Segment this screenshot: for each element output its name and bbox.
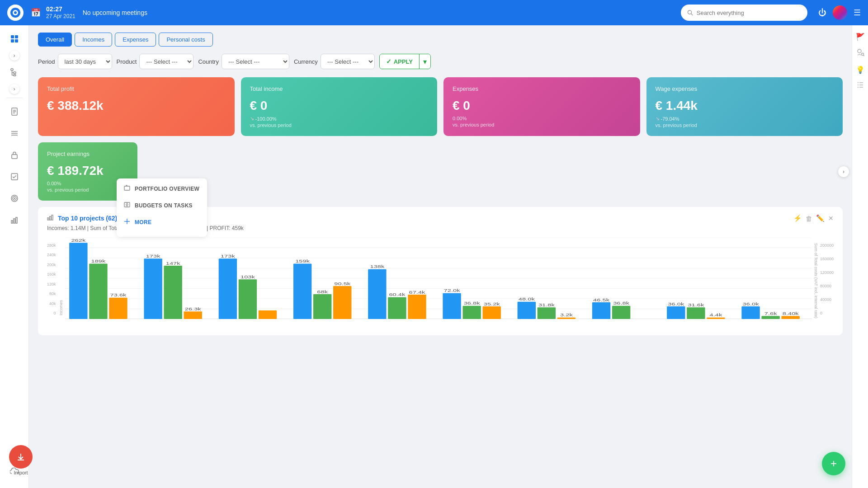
list-check-icon[interactable]: [857, 81, 864, 90]
chart-icon: [47, 214, 53, 222]
stat-expenses-value: € 0: [453, 99, 631, 113]
dropdown-more[interactable]: MORE: [117, 214, 207, 230]
sidebar-item-check[interactable]: [5, 167, 24, 187]
y-axis-left: 0 40k 80k 120k 160k 200k 240k 280k: [47, 243, 56, 315]
left-sidebar: › ›: [0, 25, 29, 488]
svg-rect-39: [50, 216, 51, 220]
logo[interactable]: [7, 5, 24, 21]
currency-filter: Currency --- Select ---: [294, 54, 375, 69]
sidebar-item-grid[interactable]: [5, 29, 24, 49]
svg-rect-68: [258, 310, 276, 319]
svg-rect-28: [11, 221, 13, 223]
svg-rect-112: [761, 316, 779, 319]
top-header: 📅 02:27 27 Apr 2021 No upcoming meetings…: [0, 0, 868, 25]
svg-rect-72: [313, 294, 331, 319]
y-axis-right: 0 40000 80000 120000 160000 200000: [820, 243, 834, 315]
sidebar-item-lines[interactable]: [5, 123, 24, 143]
svg-rect-81: [408, 295, 426, 319]
product-select[interactable]: --- Select ---: [139, 54, 193, 69]
apply-button[interactable]: ✓ APPLY ▾: [379, 54, 431, 69]
tab-personal[interactable]: Personal costs: [159, 33, 212, 47]
svg-rect-8: [15, 39, 18, 42]
dropdown-portfolio[interactable]: PORTFOLIO OVERVIEW: [117, 180, 207, 197]
svg-text:159k: 159k: [295, 259, 310, 263]
more-icon: [124, 218, 130, 226]
chart-delete-btn[interactable]: 🗑: [806, 215, 812, 222]
sidebar-item-target[interactable]: [5, 188, 24, 208]
budget-icon: [124, 202, 130, 209]
svg-rect-23: [12, 155, 17, 159]
y-axis-right-label: Sum of Total costs (VAT incl, internal r…: [814, 243, 818, 315]
stat-income-value: € 0: [250, 99, 429, 113]
svg-rect-52: [89, 263, 107, 319]
country-label: Country: [198, 58, 219, 65]
tab-expenses[interactable]: Expenses: [115, 33, 156, 47]
svg-line-4: [691, 14, 693, 15]
svg-rect-38: [47, 218, 49, 220]
chart-edit-btn[interactable]: ✏️: [816, 214, 825, 222]
stat-expenses-title: Expenses: [453, 85, 631, 92]
current-time: 02:27: [46, 5, 75, 13]
svg-rect-79: [388, 297, 406, 319]
apply-caret[interactable]: ▾: [419, 54, 430, 69]
svg-text:60.4k: 60.4k: [389, 292, 406, 297]
svg-rect-114: [781, 316, 799, 319]
stat-card-profit: Total profit € 388.12k: [38, 77, 235, 136]
search-bar[interactable]: [681, 5, 807, 21]
svg-text:173k: 173k: [146, 254, 160, 258]
svg-text:36.8k: 36.8k: [463, 301, 480, 305]
svg-point-117: [858, 49, 861, 53]
stat-earnings-vs: vs. previous period: [47, 187, 128, 192]
menu-icon[interactable]: ☰: [854, 8, 861, 18]
svg-rect-6: [15, 35, 18, 38]
flag-icon[interactable]: 🚩: [856, 33, 865, 41]
user-search-icon[interactable]: [856, 48, 864, 58]
svg-text:48.0k: 48.0k: [518, 297, 535, 301]
tab-overall[interactable]: Overall: [38, 33, 72, 47]
panel-right-arrow[interactable]: ›: [838, 166, 849, 177]
apply-main[interactable]: ✓ APPLY: [380, 54, 419, 69]
svg-rect-10: [14, 72, 16, 74]
avatar[interactable]: [833, 5, 847, 20]
svg-rect-5: [11, 35, 14, 38]
svg-rect-59: [164, 266, 182, 319]
sidebar-item-chart[interactable]: [5, 210, 24, 230]
sidebar-expand-btn[interactable]: ›: [9, 51, 19, 61]
stat-wage-vs: vs. previous period: [656, 122, 834, 128]
svg-text:72.0k: 72.0k: [443, 288, 460, 293]
svg-rect-86: [462, 306, 481, 319]
svg-rect-98: [592, 302, 610, 319]
country-select[interactable]: --- Select ---: [222, 54, 289, 69]
stat-expenses-vs: vs. previous period: [453, 122, 631, 127]
import-button[interactable]: Import: [9, 445, 33, 475]
svg-text:31.6k: 31.6k: [688, 303, 704, 307]
stat-card-income: Total income € 0 ↘ -100.00% vs. previous…: [241, 77, 438, 136]
stat-profit-title: Total profit: [47, 85, 226, 92]
sidebar-item-doc[interactable]: [5, 102, 24, 122]
fab-button[interactable]: +: [822, 452, 845, 475]
bulb-icon[interactable]: 💡: [856, 66, 865, 74]
svg-rect-100: [612, 306, 630, 319]
svg-rect-70: [293, 263, 311, 319]
tabs-bar: Overall Incomes Expenses Personal costs: [38, 33, 843, 47]
import-circle[interactable]: [9, 445, 33, 469]
power-icon[interactable]: ⏻: [818, 8, 826, 18]
tab-incomes[interactable]: Incomes: [75, 33, 112, 47]
chart-close-btn[interactable]: ✕: [828, 215, 834, 222]
portfolio-icon: [124, 185, 130, 192]
dropdown-budgets[interactable]: BUDGETS ON TASKS: [117, 197, 207, 214]
period-select[interactable]: last 30 days: [58, 54, 112, 69]
currency-select[interactable]: --- Select ---: [321, 54, 375, 69]
search-input[interactable]: [697, 9, 801, 16]
sidebar-item-lock[interactable]: [5, 145, 24, 165]
svg-rect-24: [11, 174, 18, 180]
svg-rect-103: [667, 306, 685, 319]
sidebar-expand-btn2[interactable]: ›: [9, 84, 19, 94]
svg-rect-9: [11, 69, 13, 70]
product-filter: Product --- Select ---: [117, 54, 194, 69]
stat-wage-change: ↘ -79.04%: [656, 116, 834, 122]
svg-rect-31: [124, 186, 130, 190]
sidebar-item-hierarchy[interactable]: [5, 62, 24, 82]
chart-filter-btn[interactable]: ⚡: [793, 214, 802, 222]
svg-text:3.2k: 3.2k: [560, 313, 573, 317]
